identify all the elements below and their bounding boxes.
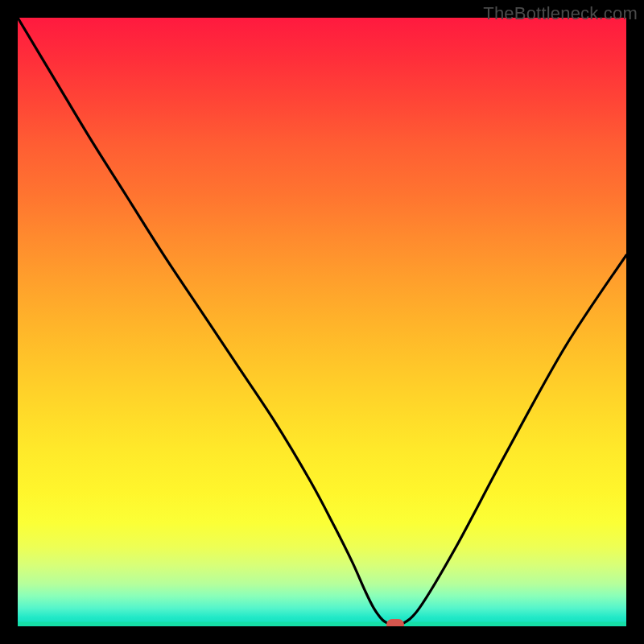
optimal-marker xyxy=(386,619,404,626)
plot-area xyxy=(18,18,626,626)
bottleneck-curve xyxy=(18,18,626,625)
curve-svg xyxy=(18,18,626,626)
watermark-text: TheBottleneck.com xyxy=(483,3,638,24)
chart-frame: TheBottleneck.com xyxy=(0,0,644,644)
